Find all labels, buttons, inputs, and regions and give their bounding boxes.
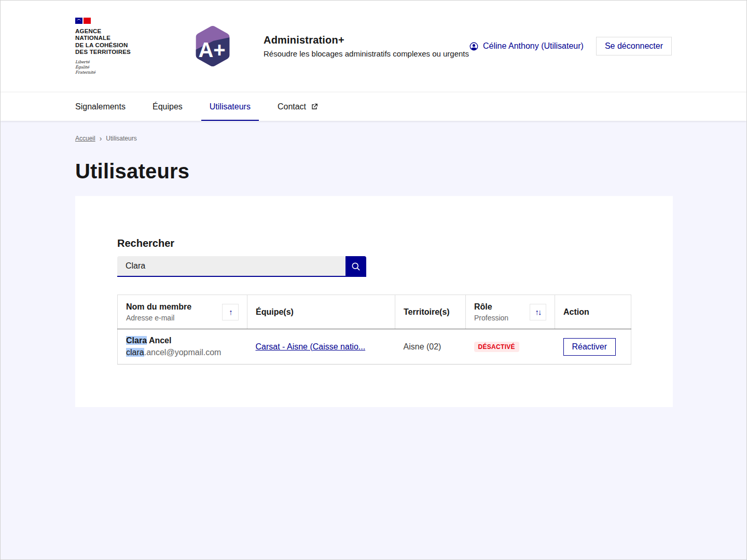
user-name: Céline Anthony (Utilisateur) [483,41,584,51]
app-subtitle: Résoudre les blocages administratifs com… [264,49,469,58]
territory-value: Aisne (02) [404,342,441,351]
column-title: Territoire(s) [404,307,457,317]
territory-cell: Aisne (02) [395,329,466,365]
breadcrumb-current: Utilisateurs [106,135,136,142]
gov-logo: AGENCE NATIONALE DE LA COHÉSION DES TERR… [75,18,162,75]
agency-line: NATIONALE [75,35,162,42]
agency-line: DES TERRITOIRES [75,49,162,56]
flag-red-block [84,18,91,24]
agency-line: DE LA COHÉSION [75,42,162,49]
french-flag-icon [75,18,162,24]
column-title: Rôle [474,302,508,312]
search-icon [351,261,361,272]
external-link-icon [310,103,319,111]
sort-toggle-button[interactable]: ↑↓ [530,304,546,320]
nav-tab-utilisateurs[interactable]: Utilisateurs [201,92,259,121]
nav-tab-equipes[interactable]: Équipes [144,92,191,121]
column-title: Action [563,307,622,317]
column-subtitle: Adresse e-mail [126,314,191,322]
reactivate-button[interactable]: Réactiver [563,338,616,356]
status-badge: DÉSACTIVÉ [474,342,519,352]
table-header-row: Nom du membre Adresse e-mail ↑ Équipe(s)… [118,295,631,329]
nav-tab-contact-label: Contact [278,102,306,111]
member-name-rest: Ancel [147,336,171,345]
chevron-right-icon: › [100,135,102,142]
member-email-rest: .ancel@yopmail.com [144,348,222,357]
page-content: Accueil › Utilisateurs Utilisateurs Rech… [1,135,746,407]
search-input[interactable] [117,256,345,277]
search-results-card: Rechercher Nom du membre [75,196,673,407]
motto-line: Égalité [75,65,162,70]
app-window: AGENCE NATIONALE DE LA COHÉSION DES TERR… [0,0,747,560]
agency-line: AGENCE [75,28,162,35]
header-right: Céline Anthony (Utilisateur) Se déconnec… [469,37,672,55]
team-link[interactable]: Carsat - Aisne (Caisse natio... [256,342,366,351]
member-cell: Clara Ancel clara.ancel@yopmail.com [118,329,247,365]
motto-line: Liberté [75,60,162,65]
search-match-highlight: clara [126,348,144,357]
column-subtitle: Profession [474,314,508,322]
search-match-highlight: Clara [126,336,147,345]
member-name: Clara Ancel [126,336,239,345]
search-button[interactable] [345,256,366,277]
page-title: Utilisateurs [75,160,672,183]
column-header-member: Nom du membre Adresse e-mail ↑ [118,295,247,329]
app-title: Administration+ [264,34,469,46]
aplus-logo: A+ [193,25,232,67]
member-email: clara.ancel@yopmail.com [126,348,239,357]
nav-tab-signalements[interactable]: Signalements [67,92,134,121]
flag-blue-block [75,18,82,24]
aplus-logo-text: A+ [198,38,225,61]
sort-ascending-button[interactable]: ↑ [222,304,239,320]
motto-line: Fraternité [75,70,162,75]
breadcrumb-link-accueil[interactable]: Accueil [75,135,95,142]
column-header-role: Rôle Profession ↑↓ [466,295,555,329]
column-header-territory: Territoire(s) [395,295,466,329]
site-header: AGENCE NATIONALE DE LA COHÉSION DES TERR… [1,1,746,92]
logout-button[interactable]: Se déconnecter [596,37,672,55]
motto: Liberté Égalité Fraternité [75,60,162,75]
aplus-hexagon-icon: A+ [193,25,232,67]
column-header-team: Équipe(s) [247,295,395,329]
users-table: Nom du membre Adresse e-mail ↑ Équipe(s)… [117,295,631,365]
role-cell: DÉSACTIVÉ [466,329,555,365]
search-label: Rechercher [117,237,631,249]
current-user: Céline Anthony (Utilisateur) [469,41,584,51]
arrows-up-down-icon: ↑↓ [535,307,541,316]
nav-tab-contact[interactable]: Contact [269,92,327,121]
main-nav: Signalements Équipes Utilisateurs Contac… [1,92,746,121]
column-title: Nom du membre [126,302,191,312]
brand-block: AGENCE NATIONALE DE LA COHÉSION DES TERR… [75,18,469,75]
account-icon [469,41,479,51]
team-cell: Carsat - Aisne (Caisse natio... [247,329,395,365]
column-header-action: Action [555,295,631,329]
column-title: Équipe(s) [256,307,386,317]
search-bar [117,256,366,277]
app-titles: Administration+ Résoudre les blocages ad… [264,34,469,58]
table-row: Clara Ancel clara.ancel@yopmail.com Cars… [118,329,631,365]
action-cell: Réactiver [555,329,631,365]
breadcrumb: Accueil › Utilisateurs [75,135,672,142]
arrow-up-icon: ↑ [229,307,232,316]
agency-name: AGENCE NATIONALE DE LA COHÉSION DES TERR… [75,28,162,56]
